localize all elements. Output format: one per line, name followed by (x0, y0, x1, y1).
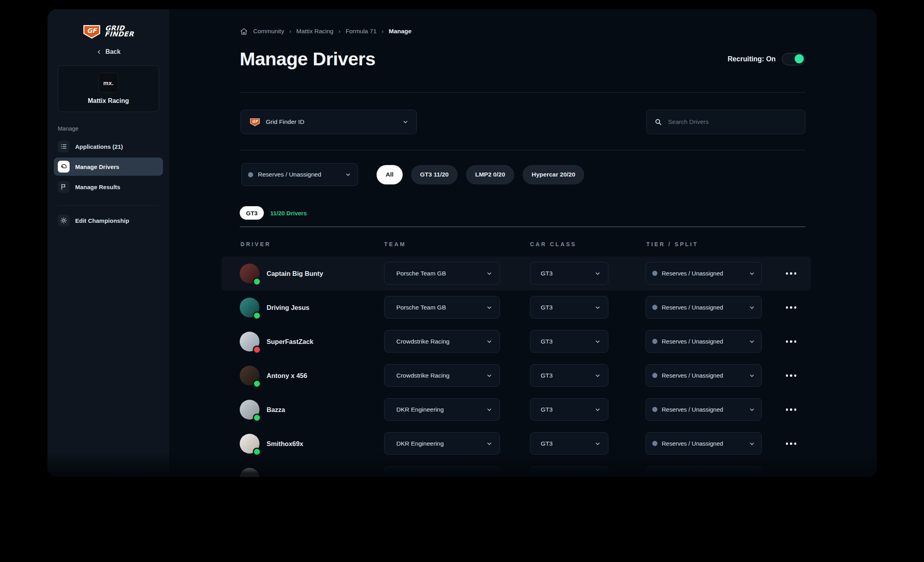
chevron-down-icon (749, 304, 755, 311)
desktop-background: GF GRID FINDER Back mx. Mattix Racing Ma… (0, 0, 924, 562)
sidebar-item-applications-21-[interactable]: Applications (21) (54, 137, 163, 156)
status-dot-icon (253, 311, 261, 320)
row-menu-button[interactable] (780, 325, 802, 359)
id-filter-select[interactable]: GF Grid Finder ID (240, 110, 417, 134)
chevron-down-icon (749, 406, 755, 413)
table-row: SuperFastZack Crowdstrike Racing GT3 Res… (222, 325, 811, 359)
recruiting-toggle[interactable] (782, 53, 805, 65)
tier-filter-value: Reserves / Unassigned (258, 171, 321, 178)
svg-text:GF: GF (87, 27, 97, 34)
breadcrumb-item[interactable]: Formula 71 (346, 28, 377, 35)
team-select[interactable]: Crowdstrike Racing (384, 330, 500, 353)
class-filter-tab[interactable]: GT3 11/20 (411, 165, 458, 184)
home-icon[interactable] (240, 27, 248, 36)
status-dot-icon (253, 448, 261, 456)
chevron-down-icon (486, 304, 492, 311)
table-row: Antony x 456 Crowdstrike Racing GT3 Rese… (222, 359, 811, 393)
car-class-select[interactable]: GT3 (530, 398, 608, 421)
breadcrumb-item[interactable]: Community (253, 28, 284, 35)
car-class-select[interactable]: GT3 (530, 432, 608, 455)
class-filter-tab[interactable]: All (377, 165, 403, 184)
breadcrumb-item[interactable]: Mattix Racing (296, 28, 333, 35)
team-select[interactable] (384, 466, 500, 477)
driver-name: SuperFastZack (267, 325, 313, 359)
team-select[interactable]: Porsche Team GB (384, 296, 500, 319)
list-icon (60, 143, 67, 150)
tier-dot-icon (652, 373, 657, 378)
car-class-select[interactable]: GT3 (530, 296, 608, 319)
driver-avatar (240, 264, 259, 283)
team-select[interactable]: Porsche Team GB (384, 262, 500, 285)
breadcrumb-item[interactable]: Manage (389, 28, 412, 35)
status-dot-icon (253, 380, 261, 388)
tier-split-select[interactable]: Reserves / Unassigned (646, 432, 762, 455)
tier-split-select[interactable]: Reserves / Unassigned (646, 398, 762, 421)
driver-table-body: Captain Big Bunty Porsche Team GB GT3 Re… (222, 256, 811, 477)
car-class-select[interactable]: GT3 (530, 330, 608, 353)
table-row: Captain Big Bunty Porsche Team GB GT3 Re… (222, 256, 811, 290)
tier-split-select[interactable]: Reserves / Unassigned (646, 364, 762, 387)
page-title: Manage Drivers (240, 47, 805, 71)
row-menu-button[interactable] (780, 256, 802, 290)
sidebar-item-label: Manage Drivers (75, 163, 119, 170)
chevron-left-icon (96, 49, 102, 55)
driver-name: Captain Big Bunty (267, 256, 323, 290)
row-menu-button[interactable] (780, 359, 802, 393)
grid-finder-shield-icon: GF (83, 23, 101, 39)
car-class-select[interactable]: GT3 (530, 262, 608, 285)
tier-dot-icon (652, 305, 657, 310)
sidebar-item-manage-results[interactable]: Manage Results (54, 178, 163, 196)
sidebar: GF GRID FINDER Back mx. Mattix Racing Ma… (47, 9, 169, 477)
status-dot-icon (253, 346, 261, 354)
driver-avatar (240, 298, 259, 317)
chevron-down-icon (486, 406, 492, 413)
sidebar-item-edit-championship[interactable]: Edit Championship (54, 211, 163, 230)
search-input[interactable] (667, 118, 798, 126)
sidebar-section-label: Manage (58, 125, 169, 132)
chevron-down-icon (486, 338, 492, 345)
tier-split-select[interactable]: Reserves / Unassigned (646, 296, 762, 319)
chevron-down-icon (595, 440, 601, 447)
flag-icon (60, 183, 67, 190)
table-row (222, 461, 811, 477)
column-header: DRIVER (240, 241, 271, 247)
tier-dot-icon (652, 407, 657, 412)
sidebar-item-icon (58, 140, 70, 152)
team-select[interactable]: DKR Engineering (384, 432, 500, 455)
car-class-select[interactable]: GT3 (530, 364, 608, 387)
divider (240, 92, 805, 93)
chevron-down-icon (486, 270, 492, 277)
chevron-down-icon (595, 304, 601, 311)
breadcrumb: Community›Mattix Racing›Formula 71›Manag… (240, 25, 805, 37)
tier-dot-icon (248, 172, 253, 177)
tier-filter-select[interactable]: Reserves / Unassigned (241, 163, 358, 186)
back-button[interactable]: Back (94, 48, 123, 56)
row-menu-button[interactable] (780, 393, 802, 427)
team-name: Mattix Racing (88, 97, 129, 104)
row-menu-button[interactable] (780, 427, 802, 461)
team-select[interactable]: Crowdstrike Racing (384, 364, 500, 387)
tier-dot-icon (652, 441, 657, 446)
class-filter-tab[interactable]: Hypercar 20/20 (523, 165, 584, 184)
tier-filter-row: Reserves / Unassigned AllGT3 11/20LMP2 0… (240, 163, 805, 186)
sidebar-divider (58, 205, 159, 206)
tier-split-select[interactable] (646, 466, 762, 477)
divider (240, 150, 805, 150)
class-section-header: GT3 11/20 Drivers (240, 206, 805, 220)
tier-split-select[interactable]: Reserves / Unassigned (646, 330, 762, 353)
tier-split-select[interactable]: Reserves / Unassigned (646, 262, 762, 285)
id-filter-value: Grid Finder ID (266, 118, 304, 125)
chevron-down-icon (749, 440, 755, 447)
row-menu-button[interactable] (780, 290, 802, 325)
chevron-down-icon (749, 338, 755, 345)
chevron-down-icon (595, 372, 601, 379)
sidebar-item-icon (58, 181, 70, 193)
team-select[interactable]: DKR Engineering (384, 398, 500, 421)
sidebar-item-manage-drivers[interactable]: Manage Drivers (54, 158, 163, 176)
chevron-down-icon (595, 406, 601, 413)
car-class-select[interactable] (530, 466, 608, 477)
toggle-knob (795, 54, 804, 63)
recruiting-control: Recruiting: On (727, 53, 805, 65)
class-filter-tab[interactable]: LMP2 0/20 (466, 165, 514, 184)
breadcrumb-separator: › (289, 28, 291, 34)
